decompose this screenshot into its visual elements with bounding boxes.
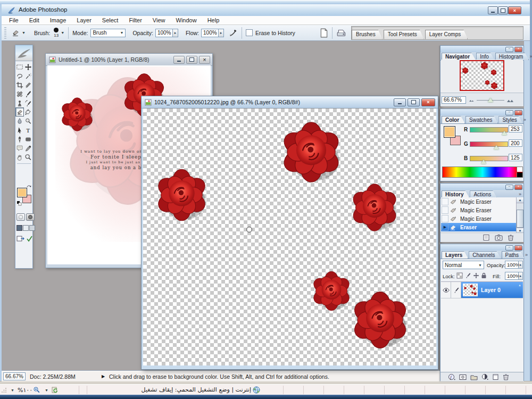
tool-preset-picker[interactable]: ▼ bbox=[11, 29, 26, 37]
navigator-close-icon[interactable]: × bbox=[514, 47, 522, 52]
menu-layer[interactable]: Layer bbox=[71, 16, 97, 24]
hand-tool[interactable] bbox=[15, 153, 24, 162]
maximize-button[interactable] bbox=[498, 6, 508, 14]
doc2-canvas[interactable] bbox=[143, 108, 436, 365]
menu-image[interactable]: Image bbox=[45, 16, 72, 24]
history-item-magic-eraser-2[interactable]: Magic Eraser bbox=[441, 206, 516, 214]
menu-edit[interactable]: Edit bbox=[24, 16, 45, 24]
tab-navigator[interactable]: Navigator bbox=[442, 53, 476, 60]
lock-all-icon[interactable] bbox=[481, 272, 487, 279]
erase-to-history-checkbox[interactable] bbox=[246, 29, 253, 36]
tab-channels[interactable]: Channels bbox=[469, 251, 501, 259]
layer-group-folder-icon[interactable] bbox=[470, 374, 478, 380]
toolbox-header[interactable] bbox=[15, 45, 32, 61]
fullscreen-menubar-button[interactable] bbox=[23, 225, 29, 231]
navigator-zoom-slider[interactable] bbox=[477, 97, 504, 103]
tab-paths[interactable]: Paths bbox=[502, 251, 525, 259]
doc1-maximize-button[interactable] bbox=[186, 56, 197, 64]
brush-preset-picker[interactable]: 13 bbox=[54, 28, 59, 38]
well-tab-brushes[interactable]: Brushes bbox=[352, 30, 383, 39]
lock-image-icon[interactable] bbox=[465, 272, 471, 279]
rect-marquee-tool[interactable] bbox=[15, 62, 24, 71]
type-tool[interactable]: T bbox=[24, 126, 32, 135]
history-source-box[interactable] bbox=[442, 206, 448, 214]
fullscreen-button[interactable] bbox=[29, 225, 35, 231]
layer-mask-icon[interactable] bbox=[459, 374, 467, 380]
menu-select[interactable]: Select bbox=[97, 16, 124, 24]
statusbar-zoom-field[interactable]: 66.67% bbox=[3, 372, 26, 380]
zoom-slider-thumb[interactable] bbox=[488, 98, 493, 102]
layers-more-icon[interactable]: » bbox=[525, 251, 528, 259]
r-value-field[interactable]: 253 bbox=[509, 125, 522, 132]
b-channel-slider[interactable] bbox=[470, 156, 508, 161]
blur-tool[interactable] bbox=[15, 117, 24, 126]
new-layer-icon[interactable] bbox=[492, 373, 499, 380]
edit-in-imageready-icon[interactable] bbox=[16, 235, 25, 243]
history-minimize-icon[interactable]: – bbox=[505, 185, 513, 190]
menu-view[interactable]: View bbox=[147, 16, 171, 24]
shape-tool[interactable] bbox=[24, 135, 32, 144]
slice-tool[interactable] bbox=[24, 80, 32, 89]
history-source-box[interactable]: ▶ bbox=[442, 223, 448, 231]
lock-position-icon[interactable] bbox=[473, 272, 479, 279]
color-minimize-icon[interactable]: – bbox=[505, 110, 513, 115]
b-value-field[interactable]: 125 bbox=[509, 154, 522, 161]
resize-grip-icon[interactable] bbox=[1, 388, 6, 393]
history-source-box[interactable] bbox=[442, 215, 448, 222]
layers-minimize-icon[interactable]: – bbox=[505, 245, 513, 251]
flow-popup-button[interactable]: ▸ bbox=[219, 29, 224, 37]
healing-brush-tool[interactable] bbox=[15, 89, 24, 98]
tab-color[interactable]: Color bbox=[442, 116, 465, 123]
tab-swatches[interactable]: Swatches bbox=[466, 116, 498, 123]
taskbar-strip[interactable] bbox=[0, 395, 532, 399]
tab-layers[interactable]: Layers bbox=[442, 251, 468, 259]
layers-opacity-popup[interactable]: ▸ bbox=[519, 261, 523, 269]
lock-transparency-icon[interactable] bbox=[456, 272, 463, 279]
navigator-more-icon[interactable]: » bbox=[529, 53, 532, 60]
statusbar-doc-size[interactable]: Doc: 2.25M/2.88M bbox=[30, 373, 76, 380]
well-tab-layer-comps[interactable]: Layer Comps bbox=[425, 30, 468, 39]
layer-visibility-cell[interactable] bbox=[441, 282, 451, 298]
layer-row-layer0[interactable]: Layer 0 ▲ bbox=[441, 282, 523, 298]
history-scrollbar[interactable]: ▲ ▼ bbox=[516, 197, 523, 232]
r-slider-thumb[interactable] bbox=[502, 131, 507, 135]
doc2-titlebar[interactable]: 1024_7687052005012220.jpg @ 66.7% (Layer… bbox=[142, 96, 438, 109]
menu-window[interactable]: Window bbox=[171, 16, 202, 24]
scroll-thumb[interactable] bbox=[517, 210, 523, 228]
menu-help[interactable]: Help bbox=[202, 16, 225, 24]
mode-dropdown[interactable]: Brush▼ bbox=[90, 29, 126, 37]
b-slider-thumb[interactable] bbox=[481, 160, 486, 164]
layer-selected-area[interactable]: Layer 0 ▲ bbox=[461, 282, 523, 298]
paint-bucket-tool[interactable] bbox=[24, 107, 32, 117]
doc2-maximize-button[interactable] bbox=[408, 98, 420, 106]
g-slider-thumb[interactable] bbox=[494, 145, 499, 149]
new-snapshot-icon[interactable] bbox=[495, 234, 503, 241]
browser-zoom-icon[interactable] bbox=[33, 386, 40, 394]
crop-tool[interactable] bbox=[15, 80, 24, 89]
dodge-tool[interactable] bbox=[24, 117, 32, 126]
doc2-close-button[interactable]: × bbox=[421, 98, 435, 106]
imageready-check-icon[interactable] bbox=[26, 235, 33, 242]
zoom-out-icon[interactable] bbox=[469, 97, 475, 102]
tab-actions[interactable]: Actions bbox=[470, 190, 497, 198]
history-brush-tool[interactable] bbox=[24, 98, 32, 107]
color-spectrum-ramp[interactable] bbox=[442, 167, 523, 178]
brush-tool[interactable] bbox=[24, 89, 32, 98]
bridge-icon[interactable] bbox=[336, 28, 347, 38]
eraser-tool[interactable] bbox=[15, 107, 24, 117]
options-grip[interactable] bbox=[4, 27, 6, 39]
blend-mode-dropdown[interactable]: Normal▼ bbox=[443, 261, 484, 269]
history-close-icon[interactable]: × bbox=[514, 185, 522, 190]
minimize-button[interactable] bbox=[488, 6, 498, 14]
tab-styles[interactable]: Styles bbox=[498, 116, 522, 123]
protected-mode-dropdown-icon[interactable]: ▼ bbox=[45, 388, 48, 392]
delete-state-trash-icon[interactable] bbox=[508, 234, 514, 241]
zoom-tool[interactable] bbox=[24, 153, 32, 162]
spectrum-black-chip[interactable] bbox=[517, 172, 522, 177]
history-item-magic-eraser-1[interactable]: Magic Eraser bbox=[441, 197, 516, 206]
delete-layer-trash-icon[interactable] bbox=[503, 373, 509, 380]
layers-close-icon[interactable]: × bbox=[514, 245, 522, 251]
close-button[interactable]: × bbox=[508, 6, 521, 14]
layer-thumbnail[interactable] bbox=[463, 284, 477, 296]
pen-tool[interactable] bbox=[15, 135, 24, 144]
